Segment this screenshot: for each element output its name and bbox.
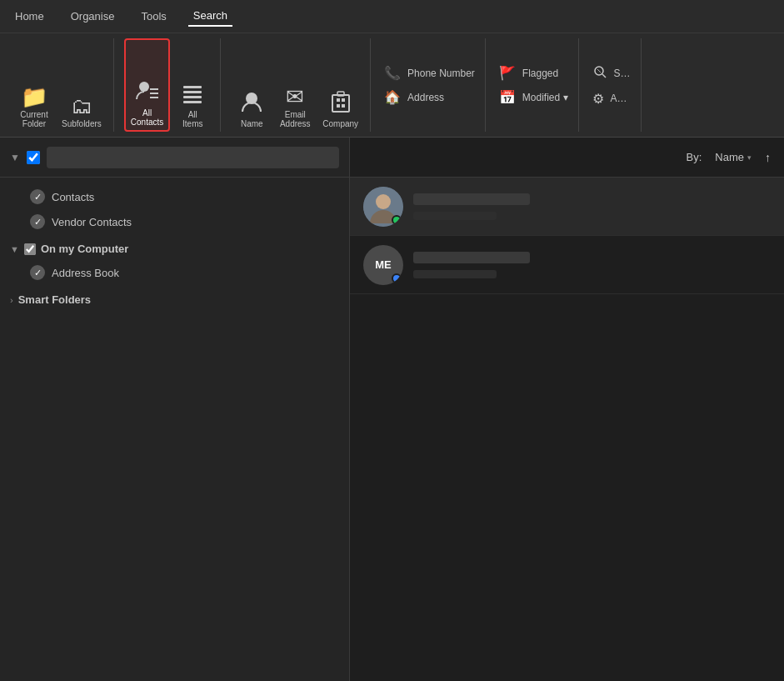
contact-status-online (392, 215, 402, 225)
contact-name (413, 193, 530, 205)
more-icon: ⚙ (592, 91, 604, 107)
email-label: EmailAddress (280, 110, 311, 128)
content-header: By: Name ▾ ↑ (350, 138, 784, 178)
ribbon-filter-group: Name ✉ EmailAddress Company (224, 38, 371, 132)
contact-status-away (392, 273, 402, 283)
company-label: Company (322, 119, 358, 128)
ribbon-folder-group: 📁 CurrentFolder 🗂 Subfolders (7, 38, 114, 132)
smart-folders-chevron: › (10, 295, 13, 305)
folder-icon: 📁 (21, 86, 47, 108)
ribbon-flagged-modified-group: 🚩 Flagged 📅 Modified ▾ (489, 38, 579, 132)
current-folder-button[interactable]: 📁 CurrentFolder (13, 38, 55, 132)
sort-by-name-button[interactable]: Name ▾ (708, 148, 758, 167)
ribbon: 📁 CurrentFolder 🗂 Subfolders (0, 33, 784, 137)
current-folder-label: CurrentFolder (20, 110, 47, 128)
header-checkbox[interactable] (27, 151, 40, 164)
svg-rect-13 (342, 104, 345, 108)
all-items-button[interactable]: AllItems (172, 38, 213, 132)
sidebar: ▼ ✓ Contacts ✓ Vendor Contacts ▼ (0, 138, 350, 681)
flagged-item[interactable]: 🚩 Flagged (496, 63, 572, 83)
menu-search[interactable]: Search (188, 6, 232, 27)
phone-icon: 📞 (384, 65, 401, 81)
contacts-label: Contacts (52, 191, 94, 203)
all-contacts-label: AllContacts (131, 108, 163, 127)
svg-rect-7 (183, 101, 202, 103)
content-area: By: Name ▾ ↑ (350, 138, 784, 681)
vendor-contacts-label: Vendor Contacts (52, 216, 132, 228)
ribbon-extra-group: S… ⚙ A… (582, 38, 642, 132)
ribbon-phone-address-group: 📞 Phone Number 🏠 Address (374, 38, 486, 132)
saved-search-item[interactable]: S… (589, 63, 634, 84)
address-book-check: ✓ (30, 265, 45, 280)
contact-detail (413, 212, 497, 220)
avatar: ME (363, 245, 403, 285)
sort-name-text: Name (715, 151, 744, 163)
contacts-check: ✓ (30, 189, 45, 204)
on-my-computer-header[interactable]: ▼ On my Computer (0, 238, 349, 260)
sidebar-item-address-book[interactable]: ✓ Address Book (0, 260, 349, 285)
address-icon: 🏠 (384, 89, 401, 105)
phone-number-label: Phone Number (407, 68, 475, 79)
subfolders-button[interactable]: 🗂 Subfolders (57, 38, 107, 132)
subfolders-label: Subfolders (62, 119, 102, 128)
email-address-button[interactable]: ✉ EmailAddress (274, 38, 316, 132)
modified-icon: 📅 (499, 89, 516, 105)
sidebar-item-vendor-contacts[interactable]: ✓ Vendor Contacts (0, 209, 349, 234)
saved-search-label: S… (614, 68, 631, 79)
chevron-down-icon: ▼ (10, 152, 20, 163)
menu-home[interactable]: Home (10, 7, 49, 26)
address-label: Address (407, 92, 444, 103)
vendor-contacts-check: ✓ (30, 214, 45, 229)
modified-label: Modified ▾ (522, 92, 568, 103)
toolbar: Home Organise Tools Search 📁 CurrentFold… (0, 0, 784, 138)
svg-rect-10 (337, 98, 340, 102)
contact-list: ME (350, 178, 784, 681)
more-label: A… (611, 93, 627, 104)
menu-organise[interactable]: Organise (66, 7, 120, 26)
contact-item[interactable] (350, 178, 784, 236)
phone-number-item[interactable]: 📞 Phone Number (381, 63, 478, 83)
address-item[interactable]: 🏠 Address (381, 88, 478, 107)
svg-rect-14 (337, 92, 344, 96)
contact-info (413, 193, 771, 220)
svg-rect-9 (332, 95, 349, 112)
all-contacts-button[interactable]: AllContacts (124, 38, 170, 132)
on-my-computer-label: On my Computer (41, 243, 128, 255)
svg-rect-12 (337, 104, 340, 108)
name-button[interactable]: Name (231, 38, 272, 132)
company-button[interactable]: Company (317, 38, 363, 132)
sidebar-item-contacts[interactable]: ✓ Contacts (0, 184, 349, 209)
sidebar-section-smart-folders: › Smart Folders (0, 288, 349, 311)
svg-rect-5 (183, 91, 202, 93)
sidebar-section-main: ✓ Contacts ✓ Vendor Contacts (0, 184, 349, 234)
svg-rect-11 (342, 98, 345, 102)
more-actions-item[interactable]: ⚙ A… (589, 89, 634, 108)
sort-ascending-icon[interactable]: ↑ (765, 151, 771, 164)
contact-item[interactable]: ME (350, 236, 784, 294)
main-layout: ▼ ✓ Contacts ✓ Vendor Contacts ▼ (0, 138, 784, 681)
name-label: Name (241, 119, 263, 128)
smart-folders-header[interactable]: › Smart Folders (0, 288, 349, 311)
svg-point-0 (139, 82, 149, 92)
avatar (363, 187, 403, 227)
sidebar-header: ▼ (0, 138, 349, 178)
flagged-icon: 🚩 (499, 65, 516, 81)
svg-rect-6 (183, 96, 202, 98)
sidebar-search-bar (47, 147, 339, 168)
company-icon (330, 90, 352, 117)
name-icon (241, 90, 262, 117)
avatar-initials: ME (375, 258, 392, 271)
svg-rect-4 (183, 86, 202, 88)
on-my-computer-checkbox[interactable] (24, 243, 36, 255)
sort-label: By: (687, 151, 702, 163)
sidebar-content: ✓ Contacts ✓ Vendor Contacts ▼ On my Com… (0, 178, 349, 681)
saved-search-icon (592, 64, 607, 83)
all-items-icon (182, 83, 203, 108)
flagged-label: Flagged (522, 68, 558, 79)
contact-info (413, 252, 771, 278)
modified-item[interactable]: 📅 Modified ▾ (496, 88, 572, 107)
all-items-label: AllItems (182, 110, 202, 128)
menu-tools[interactable]: Tools (136, 7, 171, 26)
contact-detail (413, 270, 497, 278)
subfolders-icon: 🗂 (71, 95, 92, 117)
